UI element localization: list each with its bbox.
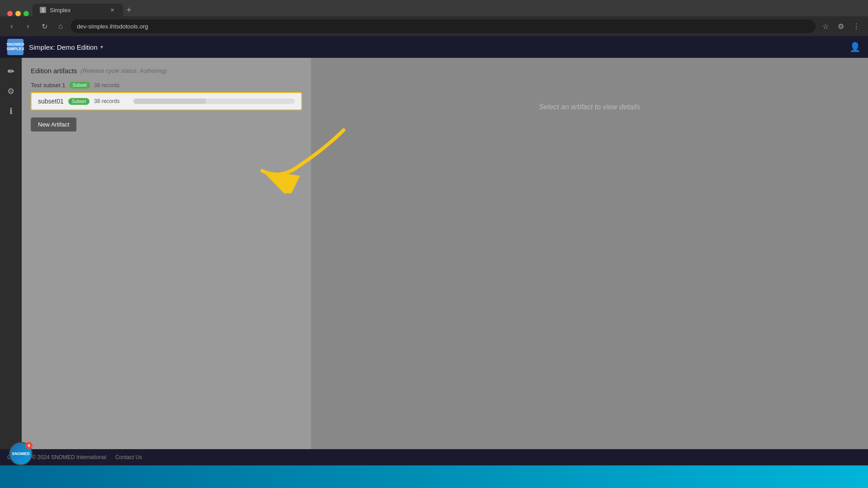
sidebar: ✏ ⚙ ℹ: [0, 58, 22, 449]
maximize-traffic-light[interactable]: [24, 11, 29, 16]
address-bar[interactable]: [71, 19, 816, 33]
tab-favicon: S: [40, 7, 46, 13]
left-panel: Edition artifacts (Release cycle status:…: [22, 58, 311, 449]
minimize-traffic-light[interactable]: [15, 11, 21, 16]
app-footer: Copyright © 2024 SNOMED International Co…: [0, 449, 868, 465]
chevron-down-icon: ▾: [100, 44, 103, 50]
tab-close-button[interactable]: ✕: [108, 6, 116, 14]
section-label: Test subset 1 Subset 38 records: [31, 82, 302, 89]
back-button[interactable]: ‹: [5, 20, 18, 33]
app-header: SNOMED SIMPLEX Simplex: Demo Edition ▾ 👤: [0, 36, 868, 58]
home-button[interactable]: ⌂: [54, 20, 67, 33]
bookmark-button[interactable]: ☆: [819, 20, 832, 33]
right-panel: Select an artifact to view details: [311, 58, 868, 449]
forward-button[interactable]: ›: [22, 20, 34, 33]
refresh-button[interactable]: ↻: [38, 20, 51, 33]
browser-tab[interactable]: S Simplex ✕: [33, 4, 123, 16]
user-icon[interactable]: 👤: [849, 42, 861, 52]
app-title[interactable]: Simplex: Demo Edition ▾: [29, 43, 103, 51]
header-right: 👤: [849, 42, 861, 52]
menu-button[interactable]: ⋮: [850, 20, 863, 33]
contact-us-link[interactable]: Contact Us: [115, 454, 142, 460]
sidebar-item-settings[interactable]: ⚙: [3, 83, 19, 99]
close-traffic-light[interactable]: [7, 11, 13, 16]
teal-bar: [0, 465, 868, 488]
page-header: Edition artifacts (Release cycle status:…: [31, 67, 302, 75]
tab-title: Simplex: [50, 7, 71, 14]
artifact-row[interactable]: subset01 Subset 38 records: [31, 92, 302, 110]
app-logo: SNOMED SIMPLEX: [7, 39, 24, 55]
subset-badge: Subset: [69, 82, 90, 89]
extensions-button[interactable]: ⚙: [835, 20, 847, 33]
artifact-name: subset01: [38, 98, 64, 105]
artifact-progress-bar: [133, 99, 295, 104]
new-tab-button[interactable]: +: [123, 4, 135, 16]
snomed-badge-count: 6: [25, 442, 33, 449]
new-artifact-button[interactable]: New Artifact: [31, 117, 76, 131]
artifact-progress-fill: [133, 99, 206, 104]
records-count: 38 records: [94, 82, 120, 89]
sidebar-item-info[interactable]: ℹ: [3, 103, 19, 119]
artifact-records: 38 records: [94, 98, 120, 104]
artifact-badge: Subset: [68, 98, 90, 105]
sidebar-item-edit[interactable]: ✏: [3, 63, 19, 80]
release-cycle-status: (Release cycle status: Authoring): [81, 67, 167, 74]
page-title: Edition artifacts (Release cycle status:…: [31, 67, 302, 75]
snomed-avatar[interactable]: 6 SNOMED: [9, 442, 33, 465]
select-artifact-hint: Select an artifact to view details: [539, 103, 640, 111]
